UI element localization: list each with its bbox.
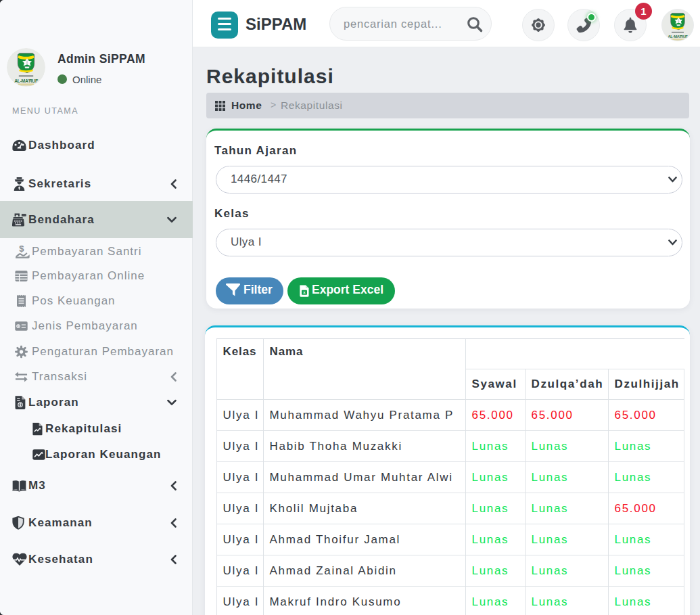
svg-text:$: $ [19, 245, 24, 254]
